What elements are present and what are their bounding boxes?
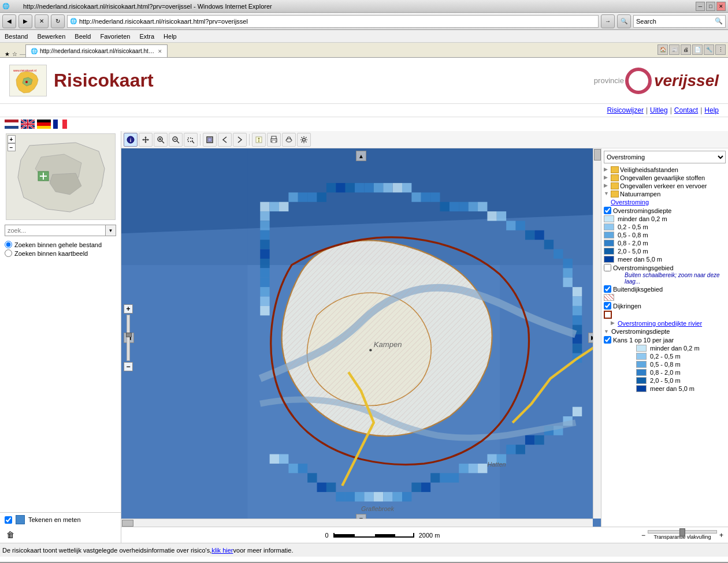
- onbedijkt-link[interactable]: Overstroming onbedijkte rivier: [618, 320, 702, 327]
- flag-fr[interactable]: [53, 120, 67, 129]
- flag-en[interactable]: [21, 120, 35, 129]
- draw-checkbox[interactable]: [5, 516, 12, 524]
- onbedijkt-diepte-label: Overstromingsdiepte: [611, 328, 670, 335]
- tree-expand-onbedijkt[interactable]: ▶: [611, 320, 616, 326]
- slider-thumb[interactable]: [679, 528, 685, 536]
- uitleg-link[interactable]: Uitleg: [650, 106, 668, 114]
- cloud-btn[interactable]: [282, 133, 296, 147]
- map-svg: Kampen Hatten Graflebroek topografische …: [121, 148, 601, 527]
- tree-expand-gevaarlijk[interactable]: ▶: [604, 174, 610, 180]
- svg-rect-51: [421, 192, 430, 202]
- legend-text-3: 0,8 - 2,0 m: [618, 240, 648, 247]
- scrollbar-thumb-v[interactable]: [594, 149, 601, 161]
- flag-nl[interactable]: [5, 120, 18, 129]
- menu-favorieten[interactable]: Favorieten: [98, 32, 132, 41]
- back-extent-btn[interactable]: [218, 133, 232, 147]
- home-button[interactable]: 🏠: [658, 44, 668, 55]
- transparency-slider[interactable]: [648, 530, 717, 534]
- go-button[interactable]: →: [601, 14, 615, 28]
- tree-label-veiligheid[interactable]: Veiligheidsafstanden: [620, 166, 678, 173]
- dijkringen-legend: [604, 310, 726, 319]
- forward-extent-btn[interactable]: [233, 133, 247, 147]
- kans10-checkbox[interactable]: [604, 336, 611, 344]
- scale-2000: 2000 m: [419, 532, 440, 539]
- browser-tab[interactable]: 🌐 http://nederland.risicokaart.nl/risico…: [25, 44, 168, 57]
- menu-bestand[interactable]: Bestand: [2, 32, 30, 41]
- map-zoom-handle[interactable]: [126, 333, 132, 337]
- layer-dropdown[interactable]: Overstroming: [604, 151, 726, 163]
- transparency-plus[interactable]: +: [719, 531, 723, 539]
- identify-btn[interactable]: [252, 133, 266, 147]
- help-link[interactable]: Help: [704, 106, 719, 114]
- search-magnify-button[interactable]: 🔍: [617, 14, 631, 28]
- map-scrollbar-v[interactable]: [593, 148, 601, 519]
- tree-label-verkeer[interactable]: Ongevallen verkeer en vervoer: [620, 182, 707, 189]
- search-dropdown-btn[interactable]: ▼: [106, 225, 116, 236]
- tools-button[interactable]: 🔧: [704, 44, 714, 55]
- buitendijks-checkbox[interactable]: [604, 285, 611, 293]
- dijkringen-checkbox[interactable]: [604, 302, 611, 310]
- map-container[interactable]: Kampen Hatten Graflebroek topografische …: [121, 148, 601, 527]
- menu-bewerken[interactable]: Bewerken: [35, 32, 68, 41]
- info-tool-btn[interactable]: i: [124, 133, 138, 147]
- extra-button[interactable]: ⋮: [715, 44, 726, 55]
- zoom-in-tool-btn[interactable]: [154, 133, 168, 147]
- print-button[interactable]: 🖨: [681, 44, 691, 55]
- flag-de[interactable]: [37, 120, 51, 129]
- tree-expand-veiligheid[interactable]: ▶: [604, 166, 610, 172]
- map-scrollbar-h[interactable]: [121, 519, 593, 527]
- menu-help[interactable]: Help: [161, 32, 179, 41]
- browser-search-box[interactable]: Search 🔍: [633, 15, 726, 28]
- zoom-rect-tool-btn[interactable]: [184, 133, 198, 147]
- contact-link[interactable]: Contact: [674, 106, 698, 114]
- overstromingsgebied-checkbox[interactable]: [604, 264, 611, 271]
- tree-expand-onbedijkt-diepte[interactable]: ▼: [604, 329, 610, 334]
- page-button[interactable]: 📄: [692, 44, 703, 55]
- tree-expand-natuur[interactable]: ▼: [604, 191, 610, 196]
- menu-beeld[interactable]: Beeld: [72, 32, 93, 41]
- svg-rect-38: [298, 192, 307, 202]
- stop-button[interactable]: ✕: [35, 14, 49, 28]
- trash-button[interactable]: 🗑: [5, 529, 16, 540]
- full-extent-btn[interactable]: [203, 133, 217, 147]
- tab-close-icon[interactable]: ✕: [158, 49, 162, 54]
- feeds-button[interactable]: 📰: [669, 44, 679, 55]
- map-zoom-in-btn[interactable]: +: [124, 304, 133, 314]
- legend-item-5: meer dan 5,0 m: [604, 255, 726, 263]
- status-text: De risicokaart toont wettelijk vastgeleg…: [2, 547, 211, 554]
- menu-extra[interactable]: Extra: [137, 32, 157, 41]
- minimize-button[interactable]: ─: [696, 2, 705, 11]
- svg-rect-106: [440, 473, 450, 482]
- thumb-zoom-out[interactable]: −: [8, 143, 16, 151]
- close-button[interactable]: ✕: [716, 2, 726, 11]
- forward-button[interactable]: ▶: [18, 14, 32, 28]
- address-bar[interactable]: 🌐 http://nederland.risicokaart.nl/risico…: [67, 15, 599, 28]
- overstromingsdiepte-checkbox[interactable]: [604, 207, 611, 214]
- tree-label-gevaarlijk[interactable]: Ongevallen gevaarlijke stoffen: [620, 174, 705, 181]
- pan-tool-btn[interactable]: [139, 133, 153, 147]
- tree-expand-verkeer[interactable]: ▶: [604, 182, 610, 188]
- risicowijzer-link[interactable]: Risicowijzer: [607, 106, 644, 114]
- zoom-out-tool-btn[interactable]: [169, 133, 183, 147]
- scrollbar-thumb-h[interactable]: [122, 520, 133, 527]
- buitendijks-item: Buitendijksgebied: [604, 285, 726, 293]
- search-input[interactable]: [5, 225, 106, 236]
- overstroming-link[interactable]: Overstroming: [611, 199, 649, 206]
- thumb-zoom-in[interactable]: +: [8, 135, 16, 143]
- tree-label-natuur[interactable]: Natuurrampen: [620, 191, 660, 197]
- map-zoom-out-btn[interactable]: −: [124, 362, 133, 371]
- map-nav-up[interactable]: ▲: [356, 151, 366, 161]
- window-controls[interactable]: ─ □ ✕: [696, 2, 726, 11]
- print-tool-btn[interactable]: [267, 133, 281, 147]
- back-button[interactable]: ◀: [2, 14, 16, 28]
- radio-gehele-bestand[interactable]: [5, 241, 12, 248]
- kans-color-0: [636, 345, 647, 352]
- status-link[interactable]: klik hier: [211, 547, 233, 554]
- restore-button[interactable]: □: [706, 2, 715, 11]
- radio-kaartbeeld[interactable]: [5, 249, 12, 257]
- refresh-button[interactable]: ↻: [51, 14, 65, 28]
- map-zoom-bar[interactable]: [127, 315, 130, 361]
- transparency-bar: − Transparantie vlakvulling +: [641, 530, 723, 540]
- transparency-minus[interactable]: −: [641, 531, 645, 539]
- settings-btn[interactable]: [297, 133, 311, 147]
